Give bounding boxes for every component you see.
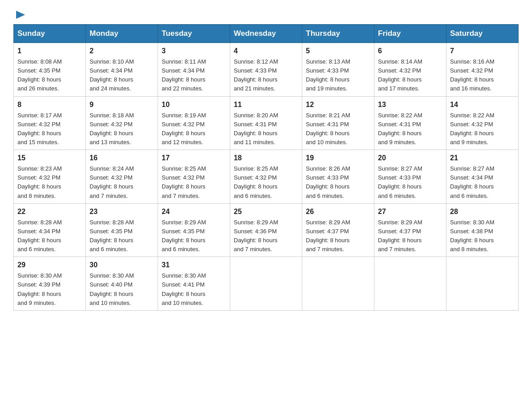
day-number: 23 xyxy=(90,206,154,217)
day-number: 26 xyxy=(306,206,370,217)
day-info: Sunrise: 8:18 AMSunset: 4:32 PMDaylight:… xyxy=(90,112,134,146)
day-info: Sunrise: 8:29 AMSunset: 4:36 PMDaylight:… xyxy=(234,219,278,253)
calendar-cell: 20 Sunrise: 8:27 AMSunset: 4:33 PMDaylig… xyxy=(374,150,446,204)
day-info: Sunrise: 8:27 AMSunset: 4:34 PMDaylight:… xyxy=(450,165,494,199)
day-info: Sunrise: 8:25 AMSunset: 4:32 PMDaylight:… xyxy=(234,165,278,199)
day-number: 25 xyxy=(234,206,298,217)
day-number: 31 xyxy=(162,260,226,270)
day-info: Sunrise: 8:13 AMSunset: 4:33 PMDaylight:… xyxy=(306,58,350,92)
calendar-table: SundayMondayTuesdayWednesdayThursdayFrid… xyxy=(13,24,519,311)
calendar-cell: 21 Sunrise: 8:27 AMSunset: 4:34 PMDaylig… xyxy=(446,150,519,204)
day-info: Sunrise: 8:14 AMSunset: 4:32 PMDaylight:… xyxy=(378,58,422,92)
calendar-cell xyxy=(302,257,374,311)
calendar-cell: 14 Sunrise: 8:22 AMSunset: 4:32 PMDaylig… xyxy=(446,96,519,150)
calendar-cell: 31 Sunrise: 8:30 AMSunset: 4:41 PMDaylig… xyxy=(158,257,230,311)
calendar-cell: 24 Sunrise: 8:29 AMSunset: 4:35 PMDaylig… xyxy=(158,203,230,257)
calendar-header-row: SundayMondayTuesdayWednesdayThursdayFrid… xyxy=(14,25,519,43)
calendar-cell xyxy=(230,257,302,311)
day-number: 29 xyxy=(17,260,82,270)
calendar-cell: 3 Sunrise: 8:11 AMSunset: 4:34 PMDayligh… xyxy=(158,43,230,97)
day-info: Sunrise: 8:29 AMSunset: 4:37 PMDaylight:… xyxy=(306,219,350,253)
calendar-week-row: 1 Sunrise: 8:08 AMSunset: 4:35 PMDayligh… xyxy=(14,43,519,97)
calendar-day-header: Monday xyxy=(86,25,158,43)
svg-marker-0 xyxy=(16,11,25,19)
day-info: Sunrise: 8:21 AMSunset: 4:31 PMDaylight:… xyxy=(306,112,350,146)
calendar-cell: 28 Sunrise: 8:30 AMSunset: 4:38 PMDaylig… xyxy=(446,203,519,257)
day-info: Sunrise: 8:28 AMSunset: 4:35 PMDaylight:… xyxy=(90,219,134,253)
calendar-cell: 5 Sunrise: 8:13 AMSunset: 4:33 PMDayligh… xyxy=(302,43,374,97)
day-info: Sunrise: 8:30 AMSunset: 4:40 PMDaylight:… xyxy=(90,272,134,306)
calendar-week-row: 22 Sunrise: 8:28 AMSunset: 4:34 PMDaylig… xyxy=(14,203,519,257)
day-info: Sunrise: 8:10 AMSunset: 4:34 PMDaylight:… xyxy=(90,58,134,92)
calendar-cell: 30 Sunrise: 8:30 AMSunset: 4:40 PMDaylig… xyxy=(86,257,158,311)
calendar-cell: 19 Sunrise: 8:26 AMSunset: 4:33 PMDaylig… xyxy=(302,150,374,204)
calendar-cell: 15 Sunrise: 8:23 AMSunset: 4:32 PMDaylig… xyxy=(14,150,86,204)
page-header xyxy=(13,9,519,20)
day-info: Sunrise: 8:28 AMSunset: 4:34 PMDaylight:… xyxy=(17,219,62,253)
day-number: 21 xyxy=(450,153,515,163)
day-info: Sunrise: 8:16 AMSunset: 4:32 PMDaylight:… xyxy=(450,58,494,92)
calendar-cell: 23 Sunrise: 8:28 AMSunset: 4:35 PMDaylig… xyxy=(86,203,158,257)
day-number: 7 xyxy=(450,46,515,56)
day-number: 9 xyxy=(90,99,154,110)
calendar-cell: 26 Sunrise: 8:29 AMSunset: 4:37 PMDaylig… xyxy=(302,203,374,257)
day-info: Sunrise: 8:29 AMSunset: 4:37 PMDaylight:… xyxy=(378,219,422,253)
calendar-cell: 17 Sunrise: 8:25 AMSunset: 4:32 PMDaylig… xyxy=(158,150,230,204)
calendar-cell: 1 Sunrise: 8:08 AMSunset: 4:35 PMDayligh… xyxy=(14,43,86,97)
day-number: 6 xyxy=(378,46,442,56)
day-number: 2 xyxy=(90,46,154,56)
day-number: 10 xyxy=(162,99,226,110)
calendar-week-row: 15 Sunrise: 8:23 AMSunset: 4:32 PMDaylig… xyxy=(14,150,519,204)
day-info: Sunrise: 8:22 AMSunset: 4:31 PMDaylight:… xyxy=(378,112,422,146)
calendar-cell: 25 Sunrise: 8:29 AMSunset: 4:36 PMDaylig… xyxy=(230,203,302,257)
day-number: 15 xyxy=(17,153,82,163)
calendar-day-header: Wednesday xyxy=(230,25,302,43)
calendar-cell: 27 Sunrise: 8:29 AMSunset: 4:37 PMDaylig… xyxy=(374,203,446,257)
calendar-cell: 13 Sunrise: 8:22 AMSunset: 4:31 PMDaylig… xyxy=(374,96,446,150)
day-number: 8 xyxy=(17,99,82,110)
calendar-cell: 6 Sunrise: 8:14 AMSunset: 4:32 PMDayligh… xyxy=(374,43,446,97)
day-info: Sunrise: 8:30 AMSunset: 4:39 PMDaylight:… xyxy=(17,272,62,306)
day-number: 5 xyxy=(306,46,370,56)
day-number: 18 xyxy=(234,153,298,163)
calendar-cell: 4 Sunrise: 8:12 AMSunset: 4:33 PMDayligh… xyxy=(230,43,302,97)
calendar-day-header: Friday xyxy=(374,25,446,43)
day-number: 16 xyxy=(90,153,154,163)
calendar-cell: 29 Sunrise: 8:30 AMSunset: 4:39 PMDaylig… xyxy=(14,257,86,311)
day-number: 20 xyxy=(378,153,442,163)
calendar-day-header: Thursday xyxy=(302,25,374,43)
day-number: 30 xyxy=(90,260,154,270)
calendar-day-header: Tuesday xyxy=(158,25,230,43)
calendar-cell: 7 Sunrise: 8:16 AMSunset: 4:32 PMDayligh… xyxy=(446,43,519,97)
calendar-day-header: Saturday xyxy=(446,25,519,43)
day-info: Sunrise: 8:11 AMSunset: 4:34 PMDaylight:… xyxy=(162,58,206,92)
day-number: 14 xyxy=(450,99,515,110)
day-number: 22 xyxy=(17,206,82,217)
day-info: Sunrise: 8:23 AMSunset: 4:32 PMDaylight:… xyxy=(17,165,62,199)
calendar-cell: 18 Sunrise: 8:25 AMSunset: 4:32 PMDaylig… xyxy=(230,150,302,204)
day-info: Sunrise: 8:29 AMSunset: 4:35 PMDaylight:… xyxy=(162,219,206,253)
calendar-cell xyxy=(446,257,519,311)
day-number: 27 xyxy=(378,206,442,217)
day-number: 3 xyxy=(162,46,226,56)
calendar-cell: 16 Sunrise: 8:24 AMSunset: 4:32 PMDaylig… xyxy=(86,150,158,204)
calendar-day-header: Sunday xyxy=(14,25,86,43)
day-info: Sunrise: 8:24 AMSunset: 4:32 PMDaylight:… xyxy=(90,165,134,199)
day-info: Sunrise: 8:26 AMSunset: 4:33 PMDaylight:… xyxy=(306,165,350,199)
day-info: Sunrise: 8:17 AMSunset: 4:32 PMDaylight:… xyxy=(17,112,62,146)
calendar-cell: 10 Sunrise: 8:19 AMSunset: 4:32 PMDaylig… xyxy=(158,96,230,150)
day-info: Sunrise: 8:30 AMSunset: 4:41 PMDaylight:… xyxy=(162,272,206,306)
calendar-cell: 9 Sunrise: 8:18 AMSunset: 4:32 PMDayligh… xyxy=(86,96,158,150)
calendar-week-row: 29 Sunrise: 8:30 AMSunset: 4:39 PMDaylig… xyxy=(14,257,519,311)
day-number: 11 xyxy=(234,99,298,110)
day-number: 28 xyxy=(450,206,515,217)
calendar-cell: 8 Sunrise: 8:17 AMSunset: 4:32 PMDayligh… xyxy=(14,96,86,150)
logo-arrow-icon xyxy=(15,10,25,20)
day-info: Sunrise: 8:22 AMSunset: 4:32 PMDaylight:… xyxy=(450,112,494,146)
calendar-week-row: 8 Sunrise: 8:17 AMSunset: 4:32 PMDayligh… xyxy=(14,96,519,150)
day-number: 19 xyxy=(306,153,370,163)
day-info: Sunrise: 8:27 AMSunset: 4:33 PMDaylight:… xyxy=(378,165,422,199)
day-info: Sunrise: 8:25 AMSunset: 4:32 PMDaylight:… xyxy=(162,165,206,199)
day-number: 12 xyxy=(306,99,370,110)
day-number: 17 xyxy=(162,153,226,163)
